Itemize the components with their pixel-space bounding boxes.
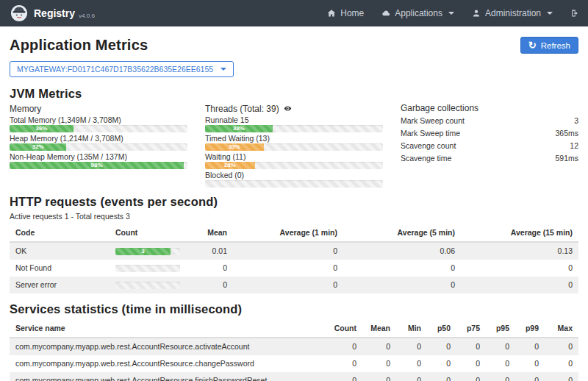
jvm-metrics-row: Memory Total Memory (1,349M / 3,708M) 36… [10, 103, 578, 188]
services-header-name: Service name [10, 320, 327, 338]
brand-version: v4.0.6 [79, 13, 95, 19]
services-header-p75: p75 [456, 320, 486, 338]
caret-down-icon [220, 68, 226, 71]
http-count-cell: 3 [110, 242, 196, 260]
services-statistics-heading: Services statistics (time in millisecond… [10, 302, 578, 316]
service-value-cell: 0 [515, 372, 545, 381]
memory-progress-track: 32% [10, 143, 187, 151]
http-count-cell [110, 277, 196, 293]
service-value-cell: 0 [545, 338, 578, 355]
refresh-button-label: Refresh [541, 41, 570, 50]
service-value-cell: 0 [362, 338, 396, 355]
gc-title: Garbage collections [401, 103, 578, 114]
eye-icon[interactable] [284, 104, 292, 113]
memory-column: Memory Total Memory (1,349M / 3,708M) 36… [10, 103, 187, 188]
caret-down-icon [448, 12, 454, 15]
http-header-code: Code [10, 224, 110, 242]
services-statistics-table: Service name Count Mean Min p50 p75 p95 … [10, 320, 578, 381]
thread-bar-label: Runnable 15 [205, 115, 383, 124]
nav-item-applications[interactable]: Applications [373, 0, 463, 26]
thread-progress-track: 28% [205, 162, 383, 169]
service-value-cell: 0 [515, 355, 545, 372]
service-value-cell: 0 [396, 372, 427, 381]
user-icon [472, 9, 481, 18]
nav-item-logout[interactable] [562, 0, 588, 26]
service-value-cell: 0 [456, 355, 486, 372]
registry-logo-icon [10, 4, 28, 22]
http-avg15-cell: 0.13 [461, 242, 578, 260]
page-header: Application Metrics ↻ Refresh [10, 37, 578, 54]
services-table-header-row: Service name Count Mean Min p50 p75 p95 … [10, 320, 578, 338]
top-navbar: Registry v4.0.6 Home Applications Admini… [0, 0, 588, 26]
service-name-cell: com.mycompany.myapp.web.rest.AccountReso… [10, 355, 327, 372]
page-title: Application Metrics [10, 37, 148, 54]
thread-progress-fill: 33% [205, 143, 264, 151]
jvm-metrics-heading: JVM Metrics [10, 87, 578, 101]
instance-selector[interactable]: MYGATEWAY:FD0171C467D17B35622B635E26EE61… [10, 61, 234, 77]
nav-item-label: Home [340, 8, 364, 18]
thread-progress-fill: 38% [205, 125, 273, 132]
services-header-min: Min [396, 320, 427, 338]
service-name-cell: com.mycompany.myapp.web.rest.AccountReso… [10, 338, 327, 355]
service-value-cell: 0 [486, 372, 515, 381]
threads-title: Threads (Total: 39) [205, 103, 383, 114]
services-table-row: com.mycompany.myapp.web.rest.AccountReso… [10, 355, 578, 372]
http-table-row: Not Found 0 0 0 0 [10, 260, 578, 277]
service-value-cell: 0 [362, 355, 396, 372]
thread-progress-track: 38% [205, 125, 383, 132]
http-table-row: OK 3 0.01 0 0.06 0.13 [10, 242, 578, 260]
gc-value: 12 [570, 141, 578, 150]
nav-item-administration[interactable]: Administration [463, 0, 562, 26]
http-requests-summary: Active requests 1 - Total requests 3 [10, 212, 578, 221]
gc-label: Scavenge count [401, 141, 456, 150]
service-name-cell: com.mycompany.myapp.web.rest.AccountReso… [10, 372, 327, 381]
http-header-avg15: Average (15 min) [461, 224, 578, 242]
services-header-p95: p95 [486, 320, 515, 338]
http-code-cell: Not Found [10, 260, 110, 277]
nav-item-home[interactable]: Home [318, 0, 373, 26]
nav-item-label: Administration [485, 8, 541, 18]
gc-label: Mark Sweep count [401, 116, 465, 125]
services-table-row: com.mycompany.myapp.web.rest.AccountReso… [10, 338, 578, 355]
count-progress-track [115, 282, 180, 289]
services-table-row: com.mycompany.myapp.web.rest.AccountReso… [10, 372, 578, 381]
service-value-cell: 0 [427, 338, 456, 355]
http-count-cell [110, 260, 196, 277]
count-progress-fill: 3 [115, 248, 171, 255]
service-value-cell: 0 [456, 338, 486, 355]
http-table-row: Server error 0 0 0 0 [10, 277, 578, 293]
memory-progress-track: 36% [10, 125, 187, 132]
memory-progress-fill: 32% [10, 143, 66, 151]
http-requests-heading: HTTP requests (events per second) [10, 195, 578, 209]
gc-value: 3 [574, 116, 578, 125]
service-value-cell: 0 [327, 355, 362, 372]
brand-link[interactable]: Registry v4.0.6 [10, 4, 95, 22]
services-header-max: Max [545, 320, 578, 338]
service-value-cell: 0 [396, 355, 427, 372]
gc-row: Scavenge count 12 [401, 139, 578, 152]
service-value-cell: 0 [427, 355, 456, 372]
service-value-cell: 0 [545, 372, 578, 381]
thread-bar-label: Blocked (0) [205, 171, 383, 179]
memory-progress-fill: 36% [10, 125, 74, 132]
sign-out-icon [570, 9, 579, 18]
count-progress-track [115, 265, 180, 272]
nav-item-label: Applications [395, 8, 442, 18]
caret-down-icon [547, 12, 553, 15]
service-value-cell: 0 [396, 338, 427, 355]
http-avg1-cell: 0 [233, 260, 343, 277]
thread-progress-fill: 28% [205, 162, 255, 169]
thread-progress-track: 33% [205, 143, 383, 151]
service-value-cell: 0 [456, 372, 486, 381]
threads-column: Threads (Total: 39) Runnable 15 38% Time… [205, 103, 383, 188]
http-header-avg5: Average (5 min) [343, 224, 461, 242]
memory-progress-fill: 98% [10, 162, 184, 169]
http-requests-table: Code Count Mean Average (1 min) Average … [10, 224, 578, 293]
http-mean-cell: 0 [196, 260, 233, 277]
services-header-p50: p50 [427, 320, 456, 338]
gc-row: Mark Sweep time 365ms [401, 127, 578, 139]
http-avg5-cell: 0 [343, 260, 461, 277]
services-header-count: Count [327, 320, 362, 338]
refresh-button[interactable]: ↻ Refresh [520, 37, 578, 54]
nav-links: Home Applications Administration [318, 0, 588, 26]
